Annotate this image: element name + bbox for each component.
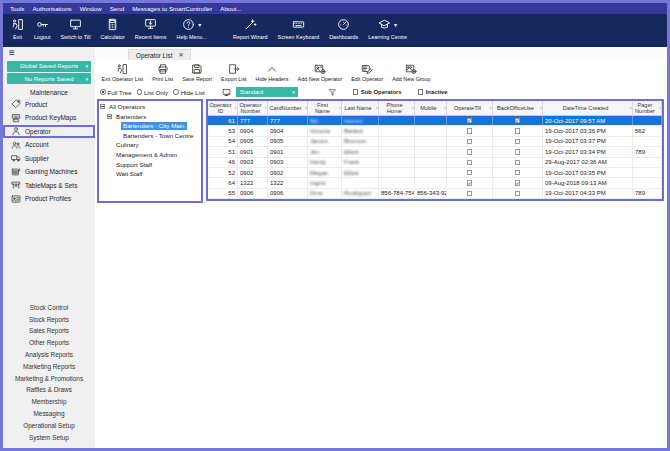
menu-item-messages-to-smartcontroller[interactable]: Messages to SmartController <box>128 5 216 12</box>
sidebar-item-gaming-machines[interactable]: Gaming Machines <box>3 165 95 179</box>
sidebar-section-analysis-reports[interactable]: Analysis Reports <box>3 349 95 361</box>
checkbox-inactive[interactable]: Inactive <box>418 89 448 95</box>
column-header-cardnumber[interactable]: CardNumber↕ <box>268 101 308 115</box>
sort-icon[interactable]: ↕ <box>659 106 661 111</box>
tree-item-bartenders[interactable]: Bartenders <box>99 112 201 122</box>
toolbar-button-help-menu[interactable]: ▾Help Menu... <box>172 16 213 41</box>
sort-icon[interactable]: ↕ <box>490 106 492 111</box>
sort-icon[interactable]: ↕ <box>235 106 237 111</box>
toolbar-button-logout[interactable]: Logout <box>29 16 56 41</box>
sidebar-section-marketing-reports[interactable]: Marketing Reports <box>3 360 95 372</box>
sidebar-section-operational-setup[interactable]: Operational Setup <box>3 419 95 431</box>
column-header-phone-home[interactable]: Phone Home↕ <box>379 101 415 115</box>
toolbar-button-add-new-group[interactable]: Add New Group <box>388 62 435 82</box>
column-header-operatetill[interactable]: OperateTill↕ <box>447 101 493 115</box>
unchecked-checkbox-icon[interactable] <box>515 160 521 166</box>
toolbar-button-calculator[interactable]: Calculator <box>95 16 129 41</box>
toolbar-button-switch-to-till[interactable]: Switch to Till <box>56 16 96 41</box>
table-row[interactable]: 5309040904VictoriaBartlett19-Oct-2017 03… <box>208 126 662 136</box>
sidebar-item-tablemaps-sets[interactable]: TableMaps & Sets <box>3 179 95 193</box>
column-header-datetime-created[interactable]: DateTime Created↕ <box>543 101 633 115</box>
tree-item-all-operators[interactable]: All Operators <box>99 102 201 112</box>
table-row[interactable]: 5509060906DinaRodriguez856-784-7549856-3… <box>208 189 662 199</box>
column-header-last-name[interactable]: Last Name↕ <box>342 101 379 115</box>
toolbar-button-exit[interactable]: Exit <box>6 16 29 41</box>
tree-item-culinary[interactable]: Culinary <box>99 140 201 150</box>
menu-item-authorisations[interactable]: Authorisations <box>28 5 75 12</box>
radio-hide-list[interactable]: Hide List <box>173 89 205 96</box>
checked-checkbox-icon[interactable]: ✓ <box>467 180 473 186</box>
checkbox-sub-operators[interactable]: Sub Operators <box>353 89 402 95</box>
tree-item-bartenders-city-main[interactable]: Bartenders - City Main <box>99 121 201 131</box>
unchecked-checkbox-icon[interactable] <box>467 191 473 197</box>
tree-item-support-staff[interactable]: Support Staff <box>99 160 201 170</box>
collapse-icon[interactable] <box>100 104 105 109</box>
unchecked-checkbox-icon[interactable] <box>515 149 521 155</box>
toolbar-button-add-new-operator[interactable]: Add New Operator <box>293 62 347 82</box>
sidebar-section-membership[interactable]: Membership <box>3 396 95 408</box>
toolbar-button-report-wizard[interactable]: Report Wizard <box>228 16 272 41</box>
radio-full-tree[interactable]: Full Tree <box>100 89 132 96</box>
sidebar-item-account[interactable]: Account <box>3 138 95 152</box>
tree-item-management-admin[interactable]: Management & Admin <box>99 150 201 160</box>
column-header-backofficeuse[interactable]: BackOfficeUse↕ <box>493 101 543 115</box>
unchecked-checkbox-icon[interactable] <box>515 191 521 197</box>
sidebar-item-product-profiles[interactable]: Product Profiles <box>3 192 95 206</box>
table-row[interactable]: 5109010901JimElliott19-Oct-2017 03:34 PM… <box>208 147 662 157</box>
menu-item-tools[interactable]: Tools <box>6 5 28 12</box>
sidebar-item-product[interactable]: Product <box>3 98 95 112</box>
unchecked-checkbox-icon[interactable] <box>467 128 473 134</box>
sort-icon[interactable]: ↕ <box>630 106 632 111</box>
column-header-pager-number[interactable]: Pager Number↕ <box>633 101 662 115</box>
display-icon[interactable] <box>222 88 231 97</box>
collapse-icon[interactable] <box>107 114 112 119</box>
layout-dropdown[interactable]: Standard▾ <box>236 87 298 97</box>
filter-icon[interactable] <box>328 88 337 97</box>
sort-icon[interactable]: ↕ <box>265 106 267 111</box>
checked-checkbox-icon[interactable]: ✓ <box>515 180 521 186</box>
sort-icon[interactable]: ↕ <box>540 106 542 111</box>
unchecked-checkbox-icon[interactable] <box>515 128 521 134</box>
chevron-down-icon[interactable]: ▾ <box>394 22 397 28</box>
toolbar-button-hide-headers[interactable]: Hide Headers <box>251 62 293 82</box>
sort-icon[interactable]: ↕ <box>376 106 378 111</box>
sidebar-section-messaging[interactable]: Messaging <box>3 408 95 420</box>
radio-list-only[interactable]: List Only <box>137 89 169 96</box>
sidebar-section-marketing-promotions[interactable]: Marketing & Promotions <box>3 372 95 384</box>
close-icon[interactable]: ✕ <box>178 52 183 58</box>
toolbar-button-export-list[interactable]: Export List <box>217 62 251 82</box>
no-reports-saved-button[interactable]: No Reports Saved▾ <box>7 73 91 84</box>
sort-icon[interactable]: ↕ <box>339 106 341 111</box>
table-row[interactable]: 6413221322Ingrid✓✓09-Aug-2018 09:13 AM <box>208 178 662 188</box>
toolbar-button-edit-operator[interactable]: Edit Operator <box>347 62 388 82</box>
sort-icon[interactable]: ↕ <box>305 106 307 111</box>
column-header-mobile[interactable]: Mobile↕ <box>415 101 447 115</box>
checked-checkbox-icon[interactable]: ✓ <box>467 118 473 124</box>
sidebar-section-sales-reports[interactable]: Sales Reports <box>3 325 95 337</box>
global-saved-reports-button[interactable]: Global Saved Reports▾ <box>7 61 91 72</box>
sidebar-section-system-setup[interactable]: System Setup <box>3 431 95 443</box>
toolbar-button-print-list[interactable]: Print List <box>148 62 178 82</box>
toolbar-button-recent-items[interactable]: Recent Items <box>130 16 172 41</box>
sidebar-section-raffles-draws[interactable]: Raffles & Draws <box>3 384 95 396</box>
sidebar-item-operator[interactable]: Operator <box>3 125 95 139</box>
unchecked-checkbox-icon[interactable] <box>515 139 521 145</box>
toolbar-button-save-report[interactable]: Save Report <box>178 62 217 82</box>
menu-item-about[interactable]: About... <box>216 5 245 12</box>
column-header-operator-id[interactable]: Operator ID↕ <box>208 101 238 115</box>
toolbar-button-screen-keyboard[interactable]: Screen Keyboard <box>273 16 325 41</box>
tree-item-bartenders-town-centre[interactable]: Bartenders - Town Centre <box>99 131 201 141</box>
menu-item-send[interactable]: Send <box>106 5 128 12</box>
sort-icon[interactable]: ↕ <box>444 106 446 111</box>
toolbar-button-dashboards[interactable]: Dashboards <box>324 16 363 41</box>
tab-operator-list[interactable]: Operator List ✕ <box>128 49 191 60</box>
checked-checkbox-icon[interactable]: ✓ <box>515 118 521 124</box>
hamburger-menu-icon[interactable]: ≡ <box>3 48 95 59</box>
column-header-first-name[interactable]: First Name↕ <box>308 101 342 115</box>
toolbar-button-exit-operator-list[interactable]: Exit Operator List <box>97 62 148 82</box>
sidebar-item-product-keymaps[interactable]: Product KeyMaps <box>3 111 95 125</box>
chevron-down-icon[interactable]: ▾ <box>198 22 201 28</box>
menu-item-window[interactable]: Window <box>76 5 106 12</box>
unchecked-checkbox-icon[interactable] <box>467 170 473 176</box>
unchecked-checkbox-icon[interactable] <box>515 170 521 176</box>
